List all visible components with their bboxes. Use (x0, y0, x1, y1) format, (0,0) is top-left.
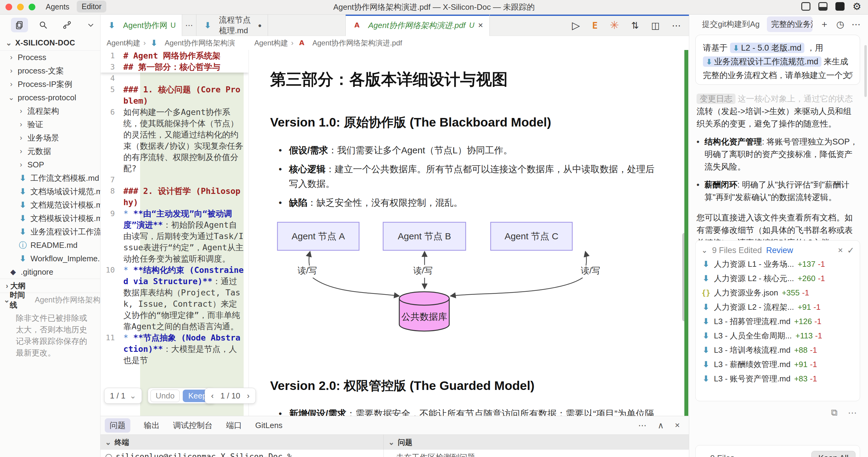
edited-file-row[interactable]: ⬇L3 - 人员全生命周期...+113-1 (701, 329, 854, 343)
breadcrumb-file[interactable]: Agent协作网络架构演 (165, 38, 235, 48)
changelog-chip[interactable]: 变更日志 (696, 94, 736, 104)
copy-icon[interactable]: ⧉ (831, 407, 838, 418)
tree-folder-元数据[interactable]: ›元数据 (0, 144, 100, 158)
gear-icon[interactable]: ⚙ (852, 2, 861, 11)
run-icon[interactable]: ▷ (572, 19, 580, 31)
editor-line[interactable]: 6如何构建一个多Agent协作系统，使其既能保持个体（节点）的灵活性，又能通过结… (100, 106, 249, 174)
edited-file-row[interactable]: ⬇人力资源 L2 - 核心元...+260-1 (701, 272, 854, 286)
editor-line[interactable]: 11* **节点抽象 (Node Abstraction)**：大模型是节点，人… (100, 332, 249, 366)
search-icon[interactable] (35, 18, 52, 32)
tree-folder-process-protocol[interactable]: ⌄process-protocol (0, 91, 100, 104)
markdown-editor[interactable]: 1# Agent 网络协作系统架3## 第一部分：核心哲学与 45### 1. … (100, 50, 249, 416)
more-actions-icon[interactable]: ⋯ (848, 407, 857, 418)
close-panel-icon[interactable]: × (675, 421, 680, 430)
editor-line[interactable]: 3## 第一部分：核心哲学与 (100, 61, 249, 73)
more-actions-icon[interactable]: ⋯ (638, 421, 647, 430)
keep-all-button[interactable]: Keep All (811, 451, 856, 457)
box-icon[interactable] (835, 2, 844, 11)
terminal-output[interactable]: siliconluo@siliconmac X-Silicon-Doc % (100, 450, 384, 457)
tree-folder-流程架构[interactable]: ›流程架构 (0, 104, 100, 118)
files-summary-bar[interactable]: › 9 Files Keep All (695, 445, 860, 457)
breadcrumb[interactable]: Agent构建 › 𝗔 Agent协作网络架构演进.pdf (254, 36, 528, 50)
files-edited-header[interactable]: ⌄ 9 Files Edited Review × ✓ (701, 244, 854, 257)
tree-folder-Process-IP案例[interactable]: ›Process-IP案例 (0, 78, 100, 91)
panel-tab-输出[interactable]: 输出 (144, 420, 160, 431)
tab-process-nodes-file[interactable]: ⬇ 流程节点梳理.md ● (196, 15, 268, 36)
tree-file-.gitignore[interactable]: ◆.gitignore (0, 265, 100, 279)
breadcrumb-folder[interactable]: Agent构建 (254, 38, 288, 48)
editor-line[interactable]: 4 (100, 73, 249, 84)
editor-line[interactable]: 9* **由“主动发现”向“被动调度”演进**：初始阶段Agent自由读写，后期… (100, 208, 249, 264)
editor-line[interactable]: 1# Agent 网络协作系统架 (100, 50, 249, 61)
discard-all-icon[interactable]: × (838, 246, 843, 255)
maximize-panel-icon[interactable]: ∧ (657, 421, 664, 430)
editor-line[interactable]: 7 (100, 174, 249, 185)
toggle-panel-icon[interactable] (818, 2, 828, 11)
assistant-tab-active[interactable]: 完整的业务流 (767, 17, 812, 32)
explorer-icon[interactable] (11, 18, 28, 32)
next-page-icon[interactable]: › (247, 391, 250, 401)
editor-line[interactable]: 5### 1. 核心问题 (Core Problem) (100, 84, 249, 106)
file-chip[interactable]: ⬇ 业务流程设计工作流规范.md (703, 56, 822, 67)
tree-folder-业务场景[interactable]: ›业务场景 (0, 131, 100, 144)
assistant-tab-inactive[interactable]: 提交git构建到Agent (702, 19, 760, 30)
compare-icon[interactable]: ⇅ (631, 20, 639, 31)
accept-all-icon[interactable]: ✓ (847, 246, 854, 255)
tree-folder-验证[interactable]: ›验证 (0, 118, 100, 131)
panel-tab-GitLens[interactable]: GitLens (255, 421, 283, 430)
split-editor-icon[interactable]: ◫ (651, 20, 660, 31)
undo-button[interactable]: Undo (151, 390, 180, 402)
history-clock-icon[interactable]: ◷ (836, 19, 844, 30)
problems-section-header[interactable]: ⌄ 问题 (384, 435, 412, 450)
edited-file-row[interactable]: ⬇L3 - 账号资产管理.md+83-1 (701, 372, 854, 386)
tree-file-业务流程设计工作流...[interactable]: ⬇业务流程设计工作流... (0, 225, 100, 238)
edited-file-row[interactable]: ⬇人力资源 L1 - 业务场...+137-1 (701, 257, 854, 272)
extension-e-icon[interactable]: E (592, 20, 597, 31)
tab-md-file[interactable]: ⬇ Agent协作网络架构演进.md U (100, 15, 182, 36)
review-link[interactable]: Review (766, 246, 794, 255)
breadcrumb-folder[interactable]: Agent构建 (106, 38, 141, 48)
edited-file-row[interactable]: ⬇L3 - 招募管理流程.md+126-1 (701, 314, 854, 329)
tree-file-文档规范设计模板.md[interactable]: ⬇文档规范设计模板.md (0, 198, 100, 211)
tree-file-README.md[interactable]: ⓘREADME.md (0, 238, 100, 252)
timeline-section[interactable]: ⌄ 时间线 Agent协作网络架构... (0, 293, 100, 307)
panel-tab-调试控制台[interactable]: 调试控制台 (173, 420, 213, 431)
terminal-section-header[interactable]: ⌄ 终端 (100, 435, 384, 450)
user-prompt-card[interactable]: 请基于 ⬇ L2 - 5.0 老版.md ，用 ⬇ 业务流程设计工作流规范.md… (695, 35, 860, 85)
edited-file-row[interactable]: ⬇L3 - 薪酬绩效管理.md+91-1 (701, 357, 854, 372)
edited-file-row[interactable]: {}人力资源业务.json+355-1 (701, 286, 854, 300)
source-control-icon[interactable] (59, 18, 75, 32)
tab-pdf-file[interactable]: 𝗔 Agent协作网络架构演进.pdf U × (346, 15, 490, 36)
assistant-scrollbar[interactable] (864, 45, 867, 97)
edited-file-row[interactable]: ⬇L3 - 培训考核流程.md+88-1 (701, 343, 854, 357)
new-chat-icon[interactable]: ＋ (820, 18, 829, 30)
tab-overflow-button[interactable]: ⋯ (182, 15, 196, 36)
more-actions-icon[interactable]: ⋯ (851, 19, 861, 30)
tree-file-工作流文档模板.md[interactable]: ⬇工作流文档模板.md (0, 171, 100, 185)
editor-line[interactable]: 10* **结构化约束 (Constrained via Structure)*… (100, 264, 249, 332)
workspace-root[interactable]: ⌄ X-SILICON-DOC (0, 35, 100, 51)
panel-tab-问题[interactable]: 问题 (105, 418, 130, 433)
tree-folder-process-文案[interactable]: ›process-文案 (0, 64, 100, 78)
pdf-preview[interactable]: 第三部分：各版本详细设计与视图 Version 1.0: 原始协作版 (The … (249, 50, 689, 416)
tree-file-Workflow_Impleme...[interactable]: ⬇Workflow_Impleme... (0, 252, 100, 265)
breadcrumb[interactable]: Agent构建 › ⬇ Agent协作网络架构演 (106, 36, 247, 50)
diff-overview-ruler[interactable] (684, 50, 688, 416)
toggle-sidebar-icon[interactable] (801, 2, 810, 11)
tree-file-文档场域设计规范.md[interactable]: ⬇文档场域设计规范.md (0, 185, 100, 198)
previous-page-icon[interactable]: ‹ (211, 391, 214, 401)
edited-file-row[interactable]: ⬇人力资源 L2 - 流程架...+91-1 (701, 300, 854, 314)
more-actions-icon[interactable]: ⋯ (672, 20, 681, 31)
tree-file-文档模板设计模板.md[interactable]: ⬇文档模板设计模板.md (0, 211, 100, 225)
breadcrumb-file[interactable]: Agent协作网络架构演进.pdf (312, 38, 402, 48)
revert-icon[interactable]: ↺ (845, 69, 854, 81)
pdf-page-navigator[interactable]: ‹ 1 / 10 › (205, 388, 256, 404)
tree-folder-SOP[interactable]: ›SOP (0, 158, 100, 171)
file-chip[interactable]: ⬇ L2 - 5.0 老版.md (730, 43, 805, 53)
ai-starburst-icon[interactable]: ✳ (610, 19, 619, 32)
editor-line[interactable]: 8### 2. 设计哲学 (Philosophy) (100, 185, 249, 208)
chevron-down-icon[interactable] (82, 18, 99, 32)
diff-change-counter[interactable]: 1 / 1 ⌄ (104, 388, 142, 404)
panel-tab-端口[interactable]: 端口 (226, 420, 242, 431)
tree-folder-Process[interactable]: ›Process (0, 51, 100, 64)
